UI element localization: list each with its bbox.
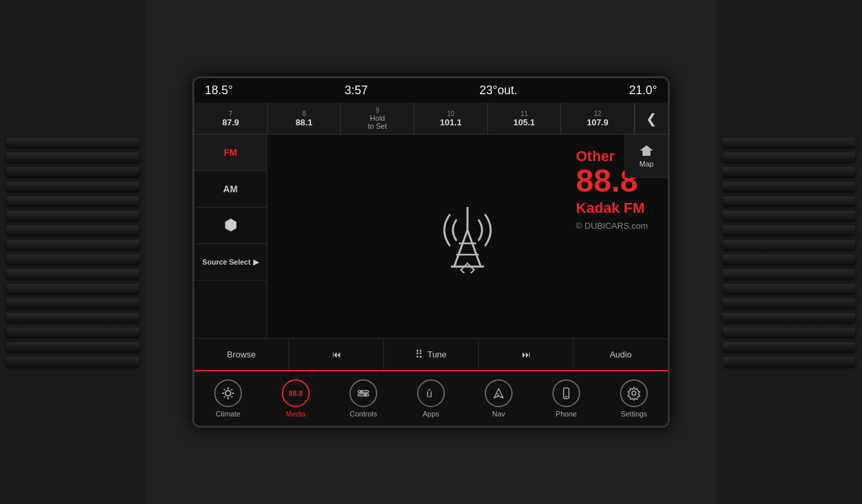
screen-content: 18.5° 3:57 23°out. 21.0° 7 87.9 8 88.1: [194, 78, 668, 426]
am-button[interactable]: AM: [194, 171, 267, 208]
controls-icon: [357, 387, 370, 400]
svg-text:E: E: [497, 392, 500, 398]
svg-marker-7: [640, 145, 653, 156]
svg-marker-6: [461, 263, 474, 273]
svg-point-8: [225, 391, 231, 396]
preset-2[interactable]: 8 88.1: [268, 103, 341, 134]
radio-display: Other 88.8 Kadak FM © DUBICARS.com Map: [267, 135, 668, 338]
svg-point-26: [632, 391, 636, 395]
prev-button[interactable]: ⏮: [289, 339, 384, 370]
browse-button[interactable]: Browse: [194, 339, 289, 370]
source-sidebar: FM AM ⬢ Source Select ▶: [194, 135, 267, 338]
source-select-button[interactable]: Source Select ▶: [194, 244, 267, 281]
phone-icon: [560, 387, 573, 400]
map-icon: [639, 144, 654, 157]
next-button[interactable]: ⏭: [479, 339, 574, 370]
svg-point-20: [364, 394, 367, 397]
temp-outside: 23°out.: [479, 84, 517, 97]
controls-icon-circle: [349, 379, 377, 407]
svg-line-1: [454, 230, 467, 267]
controls-label: Controls: [350, 410, 377, 418]
fm-button[interactable]: FM: [194, 135, 267, 171]
svg-line-14: [231, 397, 233, 398]
svg-text:û: û: [426, 388, 432, 399]
preset-bar: 7 87.9 8 88.1 9 Holdto Set 10 101.1: [194, 103, 668, 135]
svg-rect-17: [358, 391, 369, 393]
preset-3[interactable]: 9 Holdto Set: [341, 103, 414, 134]
antenna-icon: [438, 200, 497, 273]
nav-icon: E: [491, 386, 506, 401]
center-panel: 18.5° 3:57 23°out. 21.0° 7 87.9 8 88.1: [146, 0, 716, 504]
phone-icon-circle: [552, 379, 580, 407]
settings-label: Settings: [621, 410, 647, 418]
preset-6[interactable]: 12 107.9: [561, 103, 635, 134]
tune-button[interactable]: ⠿ Tune: [384, 339, 479, 370]
nav-label: Nav: [492, 410, 505, 418]
nav-icon-circle: E: [485, 379, 513, 407]
preset-5[interactable]: 11 105.1: [488, 103, 562, 134]
bluetooth-button[interactable]: ⬢: [194, 208, 267, 244]
climate-icon: [221, 386, 235, 401]
nav-phone[interactable]: Phone: [532, 377, 600, 420]
svg-point-19: [360, 391, 363, 393]
temp-right: 21.0°: [629, 84, 657, 97]
car-background: 18.5° 3:57 23°out. 21.0° 7 87.9 8 88.1: [0, 0, 862, 504]
station-name: Kadak FM: [576, 200, 648, 217]
nav-settings[interactable]: Settings: [600, 377, 668, 420]
apps-icon-circle: û: [417, 379, 445, 407]
bluetooth-icon: ⬢: [224, 217, 237, 234]
climate-label: Climate: [216, 410, 240, 418]
settings-icon: [627, 386, 641, 401]
phone-label: Phone: [556, 410, 577, 418]
settings-icon-circle: [620, 379, 648, 407]
apps-icon: û: [424, 387, 438, 400]
preset-4[interactable]: 10 101.1: [414, 103, 488, 134]
svg-line-15: [231, 389, 233, 391]
climate-icon-circle: [214, 379, 242, 407]
nav-climate[interactable]: Climate: [194, 377, 262, 420]
clock: 3:57: [345, 84, 368, 97]
svg-line-13: [224, 389, 225, 391]
audio-button[interactable]: Audio: [574, 339, 668, 370]
svg-line-2: [467, 230, 481, 267]
map-button[interactable]: Map: [625, 135, 668, 178]
media-label: Media: [286, 410, 306, 418]
nav-controls[interactable]: Controls: [330, 377, 397, 420]
svg-line-16: [224, 397, 225, 398]
svg-rect-18: [358, 394, 369, 396]
nav-media[interactable]: 88.8 Media: [262, 377, 330, 420]
main-content: FM AM ⬢ Source Select ▶: [194, 135, 668, 338]
left-vent: [0, 0, 146, 504]
nav-apps[interactable]: û Apps: [397, 377, 465, 420]
temp-inside: 18.5°: [205, 84, 233, 97]
playback-controls: Browse ⏮ ⠿ Tune ⏭ Audio: [194, 338, 668, 370]
infotainment-screen: 18.5° 3:57 23°out. 21.0° 7 87.9 8 88.1: [192, 76, 670, 428]
media-icon-circle: 88.8: [282, 379, 310, 407]
nav-navigation[interactable]: E Nav: [465, 377, 532, 420]
status-bar: 18.5° 3:57 23°out. 21.0°: [194, 78, 668, 103]
station-meta: © DUBICARS.com: [576, 221, 648, 231]
preset-back-button[interactable]: ❮: [635, 103, 668, 134]
preset-1[interactable]: 7 87.9: [194, 103, 268, 134]
right-vent: [716, 0, 862, 504]
bottom-navigation: Climate 88.8 Media: [194, 371, 668, 426]
apps-label: Apps: [422, 410, 439, 418]
